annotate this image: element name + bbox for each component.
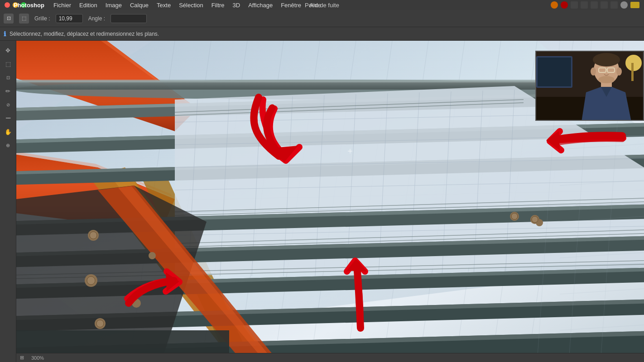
info-message: Sélectionnez, modifiez, déplacez et redi…	[10, 31, 159, 37]
info-icon: ℹ	[4, 30, 6, 38]
crop-tool[interactable]: ⊡	[2, 71, 14, 83]
info-bar: ℹ Sélectionnez, modifiez, déplacez et re…	[0, 27, 644, 41]
move-tool[interactable]: ✥	[2, 44, 14, 56]
svg-point-81	[149, 252, 156, 259]
menu-item-image[interactable]: Image	[102, 2, 125, 9]
angle-input[interactable]	[111, 14, 147, 23]
svg-point-86	[87, 276, 95, 285]
menu-item-d[interactable]: 3D	[229, 2, 244, 9]
main-area: ✥ ⬚ ⊡ ✏ ⊘ ━━ ✋ ⊕	[0, 41, 644, 362]
hand-tool[interactable]: ✋	[2, 126, 14, 138]
svg-point-85	[90, 232, 97, 239]
system-icons	[551, 1, 639, 9]
grid-label: Grille :	[34, 15, 50, 22]
menu-item-fichier[interactable]: Fichier	[50, 2, 75, 9]
ruler-tool[interactable]: ━━	[2, 112, 14, 124]
menu-item-texte[interactable]: Texte	[153, 2, 174, 9]
menu-item-filtre[interactable]: Filtre	[208, 2, 228, 9]
pen-tool[interactable]: ✏	[2, 85, 14, 97]
angle-label: Angle :	[88, 15, 105, 22]
left-toolbar: ✥ ⬚ ⊡ ✏ ⊘ ━━ ✋ ⊕	[0, 41, 16, 362]
grid-input[interactable]	[56, 14, 83, 23]
svg-point-122	[616, 67, 622, 76]
menu-bar: FichierEditionImageCalqueTexteSélectionF…	[50, 2, 325, 9]
create-plane-tool[interactable]: ⬚	[19, 14, 29, 24]
svg-rect-111	[631, 63, 634, 81]
close-button[interactable]	[5, 2, 10, 8]
svg-rect-113	[538, 57, 571, 86]
webcam-overlay	[535, 51, 644, 121]
svg-point-88	[511, 213, 518, 219]
svg-point-115	[593, 53, 620, 67]
canvas-area[interactable]: ⊞ 300%	[16, 41, 644, 362]
menu-item-calque[interactable]: Calque	[126, 2, 152, 9]
status-bar: ⊞ 300%	[16, 353, 644, 362]
svg-point-121	[591, 67, 596, 76]
title-bar: Photoshop FichierEditionImageCalqueTexte…	[0, 0, 644, 10]
svg-point-87	[96, 320, 104, 327]
toolbar: ⊡ ⬚ Grille : Angle :	[0, 10, 644, 27]
svg-point-89	[532, 216, 538, 223]
menu-item-affichage[interactable]: Affichage	[245, 2, 276, 9]
zoom-level: 300%	[31, 355, 44, 361]
svg-point-120	[598, 76, 615, 83]
menu-item-edition[interactable]: Edition	[76, 2, 101, 9]
svg-point-80	[132, 299, 141, 308]
app-name: Photoshop	[14, 2, 44, 9]
select-tool[interactable]: ⬚	[2, 58, 14, 70]
menu-item-slection[interactable]: Sélection	[175, 2, 207, 9]
view-mode-icon[interactable]: ⊞	[20, 355, 24, 361]
edit-plane-tool[interactable]: ⊡	[4, 14, 14, 24]
zoom-tool[interactable]: ⊕	[2, 139, 14, 151]
window-title: Point de fuite	[305, 2, 339, 9]
menu-item-fentre[interactable]: Fenêtre	[277, 2, 305, 9]
eyedropper-tool[interactable]: ⊘	[2, 99, 14, 110]
